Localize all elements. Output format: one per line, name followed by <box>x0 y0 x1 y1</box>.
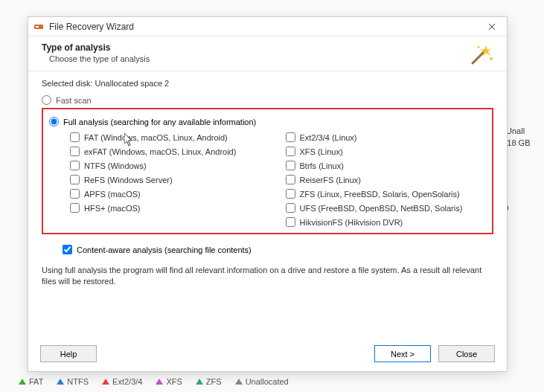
full-analysis-radio[interactable]: Full analysis (searching for any availab… <box>49 117 486 126</box>
triangle-icon <box>156 379 163 385</box>
titlebar-title: File Recovery Wizard <box>49 22 481 32</box>
triangle-icon <box>19 379 26 385</box>
svg-rect-1 <box>36 26 39 28</box>
svg-point-4 <box>490 57 493 60</box>
legend-ntfs: NTFS <box>57 377 89 386</box>
legend-xfs: XFS <box>156 377 182 386</box>
fs-btrfs[interactable]: Btrfs (Linux) <box>286 161 487 170</box>
fs-xfs[interactable]: XFS (Linux) <box>286 147 487 156</box>
next-button[interactable]: Next > <box>374 345 431 362</box>
help-button[interactable]: Help <box>40 345 97 362</box>
app-icon <box>33 21 45 33</box>
content-aware-input[interactable] <box>63 245 72 254</box>
fs-ntfs[interactable]: NTFS (Windows) <box>70 161 271 170</box>
fast-scan-radio-input[interactable] <box>42 95 51 105</box>
bg-legend: FAT NTFS Ext2/3/4 XFS ZFS Unallocated <box>19 377 289 386</box>
fs-refs[interactable]: ReFS (Windows Server) <box>70 175 271 184</box>
fs-exfat[interactable]: exFAT (Windows, macOS, Linux, Android) <box>70 147 271 156</box>
fs-ext234[interactable]: Ext2/3/4 (Linux) <box>286 132 487 142</box>
content-aware-checkbox[interactable]: Content-aware analysis (searching file c… <box>63 245 493 254</box>
legend-zfs: ZFS <box>196 377 222 386</box>
selected-disk-label: Selected disk: Unallocated space 2 <box>42 79 493 88</box>
fast-scan-radio[interactable]: Fast scan <box>42 95 493 105</box>
triangle-icon <box>235 379 243 385</box>
svg-point-5 <box>478 46 480 48</box>
fast-scan-label: Fast scan <box>56 96 92 105</box>
close-button[interactable]: Close <box>438 345 495 362</box>
header-subtitle: Choose the type of analysis <box>49 54 493 63</box>
legend-unallocated: Unallocated <box>235 377 289 386</box>
wizard-header: Type of analysis Choose the type of anal… <box>28 36 507 71</box>
content-aware-label: Content-aware analysis (searching file c… <box>77 245 252 254</box>
bg-unalloc-name: Unall <box>506 126 525 135</box>
wizard-footer: Help Next > Close <box>28 339 507 371</box>
wizard-dialog: File Recovery Wizard Type of analysis Ch… <box>28 16 508 372</box>
filesystem-grid: FAT (Windows, macOS, Linux, Android) Ext… <box>70 132 486 227</box>
header-title: Type of analysis <box>42 42 493 53</box>
magic-wand-icon <box>468 41 496 69</box>
fs-zfs[interactable]: ZFS (Linux, FreeBSD, Solaris, OpenSolari… <box>286 189 487 199</box>
fs-reiserfs[interactable]: ReiserFS (Linux) <box>286 175 487 184</box>
fs-ufs[interactable]: UFS (FreeBSD, OpenBSD, NetBSD, Solaris) <box>286 203 487 213</box>
triangle-icon <box>57 379 64 385</box>
fs-hfsplus[interactable]: HFS+ (macOS) <box>70 203 271 213</box>
full-analysis-highlight: Full analysis (searching for any availab… <box>42 108 493 234</box>
triangle-icon <box>102 379 109 385</box>
full-analysis-label: Full analysis (searching for any availab… <box>63 118 256 126</box>
titlebar: File Recovery Wizard <box>28 17 507 36</box>
fs-hikvision[interactable]: HikvisionFS (Hikvision DVR) <box>286 217 487 227</box>
full-analysis-radio-input[interactable] <box>49 117 59 126</box>
close-icon[interactable] <box>481 19 502 34</box>
triangle-icon <box>196 379 203 385</box>
wizard-body: Selected disk: Unallocated space 2 Fast … <box>28 71 507 339</box>
legend-fat: FAT <box>19 377 43 386</box>
fs-fat[interactable]: FAT (Windows, macOS, Linux, Android) <box>70 132 271 142</box>
info-text: Using full analysis the program will fin… <box>42 265 493 288</box>
legend-ext: Ext2/3/4 <box>102 377 142 386</box>
fs-apfs[interactable]: APFS (macOS) <box>70 189 271 199</box>
